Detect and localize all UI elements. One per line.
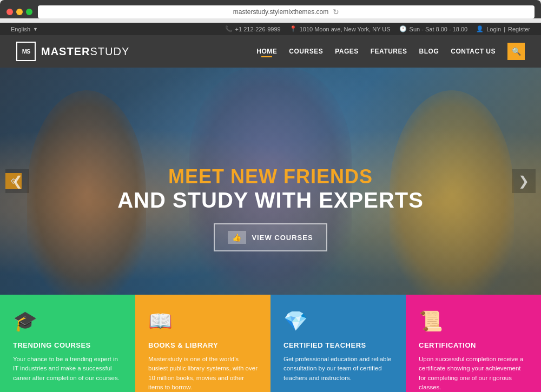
language-label: English xyxy=(11,26,30,32)
hours-text: Sun - Sat 8.00 - 18.00 xyxy=(410,26,468,32)
login-link[interactable]: Login xyxy=(486,26,501,32)
location-icon: 📍 xyxy=(289,25,297,32)
view-courses-label: VIEW COURSES xyxy=(252,234,313,242)
certification-desc: Upon successful completion receive a cer… xyxy=(419,355,528,392)
auth-links: 👤 Login | Register xyxy=(476,25,530,32)
nav-home[interactable]: HOME xyxy=(256,48,277,55)
language-selector[interactable]: English ▼ xyxy=(11,26,38,32)
address-text: 1010 Moon ave, New York, NY US xyxy=(300,26,391,32)
right-arrow-icon: ❯ xyxy=(518,174,529,188)
thumbs-up-icon: 👍 xyxy=(228,231,246,244)
left-arrow-icon: ❮ xyxy=(12,174,23,188)
nav-blog[interactable]: BLOG xyxy=(419,48,439,55)
hero-headline-2: AND STUDY WITH EXPERTS xyxy=(108,188,433,212)
browser-controls: masterstudy.stylemixthemes.com ↻ xyxy=(6,5,535,18)
clock-icon: 🕐 xyxy=(399,25,407,32)
nav-courses[interactable]: COURSES xyxy=(289,48,323,55)
teachers-icon: 💎 xyxy=(283,310,393,333)
logo-initials: MS xyxy=(22,48,30,55)
nav-pages[interactable]: PAGES xyxy=(335,48,359,55)
hours-info: 🕐 Sun - Sat 8.00 - 18.00 xyxy=(399,25,468,32)
feature-trending: 🎓 TRENDING COURSES Your chance to be a t… xyxy=(0,295,135,392)
site-url: masterstudy.stylemixthemes.com xyxy=(233,8,329,16)
register-link[interactable]: Register xyxy=(508,26,530,32)
hero-section: ⚙ MEET NEW FRIENDS AND STUDY WITH EXPERT… xyxy=(0,68,541,295)
logo-text: MASTERSTUDY xyxy=(41,45,129,58)
hero-headline-1: MEET NEW FRIENDS xyxy=(108,165,433,188)
feature-certification: 📜 CERTIFICATION Upon successful completi… xyxy=(406,295,541,392)
hero-content: MEET NEW FRIENDS AND STUDY WITH EXPERTS … xyxy=(108,165,433,251)
close-button[interactable] xyxy=(6,9,13,15)
view-courses-button[interactable]: 👍 VIEW COURSES xyxy=(214,223,327,251)
person-icon: 👤 xyxy=(476,25,484,32)
library-title: BOOKS & LIBRARY xyxy=(148,341,258,349)
phone-icon: 📞 xyxy=(225,25,233,32)
top-bar-right: 📞 +1 212-226-9999 📍 1010 Moon ave, New Y… xyxy=(225,25,530,32)
features-section: 🎓 TRENDING COURSES Your chance to be a t… xyxy=(0,295,541,392)
feature-library: 📖 BOOKS & LIBRARY Masterstudy is one of … xyxy=(135,295,270,392)
feature-teachers: 💎 CERTIFIED TEACHERS Get professional ed… xyxy=(270,295,406,392)
hero-arrow-right[interactable]: ❯ xyxy=(512,169,536,193)
auth-separator: | xyxy=(504,26,505,32)
language-dropdown-arrow: ▼ xyxy=(33,26,38,32)
search-button[interactable]: 🔍 xyxy=(507,43,525,60)
certification-icon: 📜 xyxy=(419,310,528,333)
nav-features[interactable]: FEATURES xyxy=(371,48,407,55)
trending-icon: 🎓 xyxy=(13,310,122,333)
address-bar[interactable]: masterstudy.stylemixthemes.com ↻ xyxy=(38,5,535,18)
teachers-title: CERTIFIED TEACHERS xyxy=(283,341,393,349)
trending-title: TRENDING COURSES xyxy=(13,341,122,349)
phone-number: +1 212-226-9999 xyxy=(235,26,281,32)
main-nav: HOME COURSES PAGES FEATURES BLOG CONTACT… xyxy=(256,43,525,60)
maximize-button[interactable] xyxy=(26,9,32,15)
site-header: MS MASTERSTUDY HOME COURSES PAGES FEATUR… xyxy=(0,35,541,68)
certification-title: CERTIFICATION xyxy=(419,341,528,349)
hero-arrow-left[interactable]: ❮ xyxy=(5,169,29,193)
trending-desc: Your chance to be a trending expert in I… xyxy=(13,355,122,383)
logo-box: MS xyxy=(16,42,36,61)
minimize-button[interactable] xyxy=(16,9,23,15)
refresh-icon[interactable]: ↻ xyxy=(333,8,339,16)
library-desc: Masterstudy is one of the world's busies… xyxy=(148,355,258,392)
logo[interactable]: MS MASTERSTUDY xyxy=(16,42,129,61)
library-icon: 📖 xyxy=(148,310,258,333)
nav-contact[interactable]: CONTACT US xyxy=(451,48,496,55)
browser-window: masterstudy.stylemixthemes.com ↻ xyxy=(0,0,541,18)
top-bar: English ▼ 📞 +1 212-226-9999 📍 1010 Moon … xyxy=(0,23,541,35)
logo-light: STUDY xyxy=(90,45,129,57)
teachers-desc: Get professional education and reliable … xyxy=(283,355,393,383)
traffic-lights xyxy=(6,9,32,15)
top-bar-left: English ▼ xyxy=(11,26,38,32)
address-info: 📍 1010 Moon ave, New York, NY US xyxy=(289,25,391,32)
phone-info: 📞 +1 212-226-9999 xyxy=(225,25,281,32)
logo-bold: MASTER xyxy=(41,45,90,57)
